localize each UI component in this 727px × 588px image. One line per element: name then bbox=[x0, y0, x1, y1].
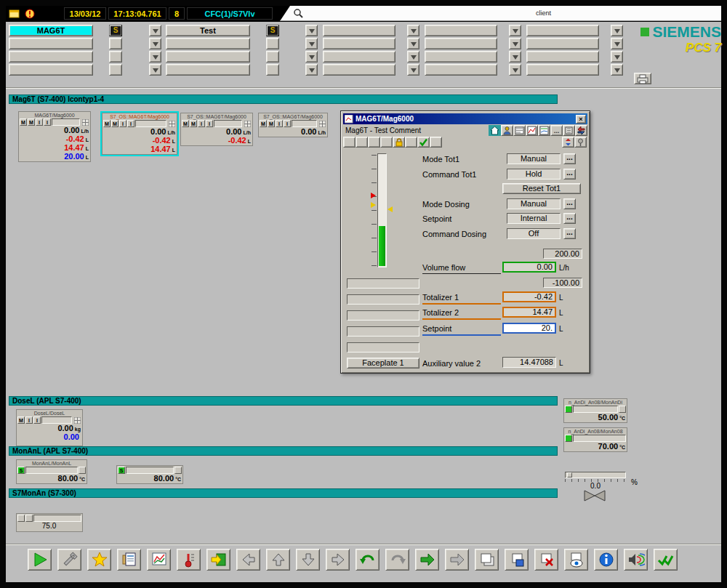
acknowledge-button[interactable] bbox=[654, 549, 678, 571]
area-button-empty[interactable] bbox=[323, 38, 395, 49]
sound-button[interactable] bbox=[624, 549, 648, 571]
navigate-view-button[interactable] bbox=[575, 125, 587, 136]
more-views-button[interactable]: ... bbox=[550, 125, 563, 136]
batch-view-button[interactable] bbox=[563, 125, 575, 136]
confirm-button[interactable] bbox=[417, 137, 430, 148]
nav-left-button[interactable] bbox=[236, 549, 260, 571]
area-dropdown[interactable] bbox=[509, 64, 521, 76]
area-dropdown[interactable] bbox=[611, 38, 623, 49]
pin-button[interactable] bbox=[574, 137, 587, 148]
area-button-empty[interactable] bbox=[9, 64, 93, 76]
mode-button-m[interactable]: M bbox=[103, 120, 111, 127]
run-button[interactable] bbox=[28, 549, 52, 571]
group-status-button-empty[interactable] bbox=[266, 64, 279, 76]
group-status-button-empty[interactable] bbox=[266, 38, 279, 49]
alarm-bell-icon[interactable] bbox=[24, 8, 36, 22]
info-button[interactable] bbox=[594, 549, 618, 571]
block-icon-dosel[interactable]: DoseL/DoseL M I I 0.00kg 0.00 bbox=[16, 409, 83, 446]
mode-button-i[interactable]: I bbox=[206, 120, 213, 127]
mode-button-i[interactable]: I bbox=[44, 118, 51, 126]
block-icon-monanl-1[interactable]: MonAnL/MonAnL S 80.00°C bbox=[16, 459, 87, 484]
area-dropdown[interactable] bbox=[305, 64, 318, 76]
setpoint-input[interactable]: 20. bbox=[502, 323, 556, 334]
nav-down-button[interactable] bbox=[296, 549, 320, 571]
area-dropdown[interactable] bbox=[407, 51, 419, 63]
thermometer-button[interactable] bbox=[177, 549, 201, 571]
trend-view-button[interactable] bbox=[526, 125, 538, 136]
command-tot1-value[interactable]: Hold bbox=[507, 169, 561, 180]
setpoint-mode-value[interactable]: Internal bbox=[507, 213, 561, 224]
slider-thumb[interactable] bbox=[567, 472, 572, 478]
setpoint-mode-more-button[interactable]: ... bbox=[563, 213, 576, 224]
area-button-empty[interactable] bbox=[166, 51, 250, 63]
mode-button-i[interactable]: I bbox=[198, 120, 205, 127]
mode-button-i[interactable]: I bbox=[284, 120, 291, 127]
mode-button-i[interactable]: I bbox=[33, 416, 41, 424]
area-dropdown[interactable] bbox=[611, 64, 623, 76]
close-button[interactable]: × bbox=[576, 115, 586, 124]
operate-view-button[interactable] bbox=[501, 125, 513, 136]
mini-button[interactable] bbox=[17, 515, 25, 522]
area-dropdown-4[interactable] bbox=[509, 25, 521, 36]
block-icon-mag6000-1[interactable]: MAG6T/Mag6000 M M I I 0.00L/h -0.42L 14.… bbox=[18, 111, 91, 162]
area-dropdown-1[interactable] bbox=[149, 25, 161, 36]
mini-button[interactable] bbox=[619, 406, 626, 413]
command-tot1-more-button[interactable]: ... bbox=[563, 169, 576, 180]
area-button-empty[interactable] bbox=[425, 64, 497, 76]
group-status-button-empty[interactable] bbox=[266, 51, 279, 63]
area-dropdown-5[interactable] bbox=[611, 25, 623, 36]
picture-save-button[interactable] bbox=[505, 549, 529, 571]
mode-button-m[interactable]: M bbox=[182, 120, 189, 127]
group-status-button-empty[interactable] bbox=[109, 38, 122, 49]
area-dropdown-3[interactable] bbox=[407, 25, 419, 36]
command-button-4[interactable] bbox=[380, 137, 393, 148]
picture-change-button[interactable] bbox=[206, 549, 230, 571]
mode-dosing-more-button[interactable]: ... bbox=[563, 198, 576, 209]
limit-view-button[interactable] bbox=[538, 125, 550, 136]
area-button-empty[interactable] bbox=[323, 64, 395, 76]
area-button-mag6t[interactable]: MAG6T bbox=[9, 25, 93, 36]
mode-button-m[interactable]: M bbox=[260, 120, 267, 127]
mode-tot1-value[interactable]: Manual bbox=[507, 153, 561, 164]
picture-forward-button[interactable] bbox=[415, 549, 439, 571]
area-button-empty[interactable] bbox=[425, 38, 497, 49]
area-dropdown[interactable] bbox=[407, 38, 419, 49]
area-dropdown[interactable] bbox=[305, 51, 318, 63]
command-button-5[interactable] bbox=[405, 137, 417, 148]
mode-button-m[interactable]: M bbox=[17, 416, 25, 424]
group-status-button-empty[interactable] bbox=[109, 51, 122, 63]
split-button[interactable] bbox=[562, 137, 574, 148]
magnifier-icon[interactable] bbox=[293, 8, 304, 22]
simulation-badge[interactable]: S bbox=[118, 467, 125, 474]
mini-button[interactable] bbox=[25, 515, 33, 522]
area-dropdown[interactable] bbox=[611, 51, 623, 63]
picture-preview-button[interactable] bbox=[564, 549, 588, 571]
home-view-button[interactable] bbox=[489, 125, 501, 136]
area-button-empty[interactable] bbox=[526, 51, 599, 63]
area-button-empty[interactable] bbox=[526, 25, 599, 36]
block-icon-monanl-2[interactable]: S 80.00°C bbox=[116, 465, 183, 484]
block-icon-mag6000-3[interactable]: S7_OS::MAG6T/Mag6000 M M I I 0.00L/h -0.… bbox=[180, 113, 253, 146]
block-icon-monandi[interactable]: n_AnDi_An08/MonAnDi 50.00°C bbox=[563, 398, 627, 423]
mini-button[interactable] bbox=[174, 467, 182, 474]
picture-delete-button[interactable] bbox=[534, 549, 558, 571]
area-button-empty[interactable] bbox=[9, 51, 93, 63]
mode-tot1-more-button[interactable]: ... bbox=[563, 153, 576, 164]
message-view-button[interactable] bbox=[513, 125, 526, 136]
area-button-empty[interactable] bbox=[166, 38, 250, 49]
faceplate1-button[interactable]: Faceplate 1 bbox=[347, 358, 419, 368]
area-button-empty[interactable] bbox=[526, 64, 599, 76]
mode-button-m[interactable]: M bbox=[28, 118, 35, 126]
mode-button-i[interactable]: I bbox=[25, 416, 33, 424]
print-button[interactable] bbox=[634, 73, 651, 84]
mode-button-i[interactable]: I bbox=[127, 120, 134, 127]
nav-up-button[interactable] bbox=[266, 549, 290, 571]
area-button-empty[interactable] bbox=[526, 38, 599, 49]
area-dropdown-2[interactable] bbox=[305, 25, 318, 36]
area-dropdown[interactable] bbox=[149, 51, 161, 63]
mode-button-m[interactable]: M bbox=[111, 120, 119, 127]
block-icon-s7monan[interactable]: 75.0 bbox=[16, 513, 83, 532]
block-icon-monan08[interactable]: n_AnDi_An08/MonAn08 70.00°C bbox=[563, 427, 627, 452]
simulation-badge[interactable]: S bbox=[17, 467, 25, 474]
mode-dosing-value[interactable]: Manual bbox=[507, 198, 561, 209]
